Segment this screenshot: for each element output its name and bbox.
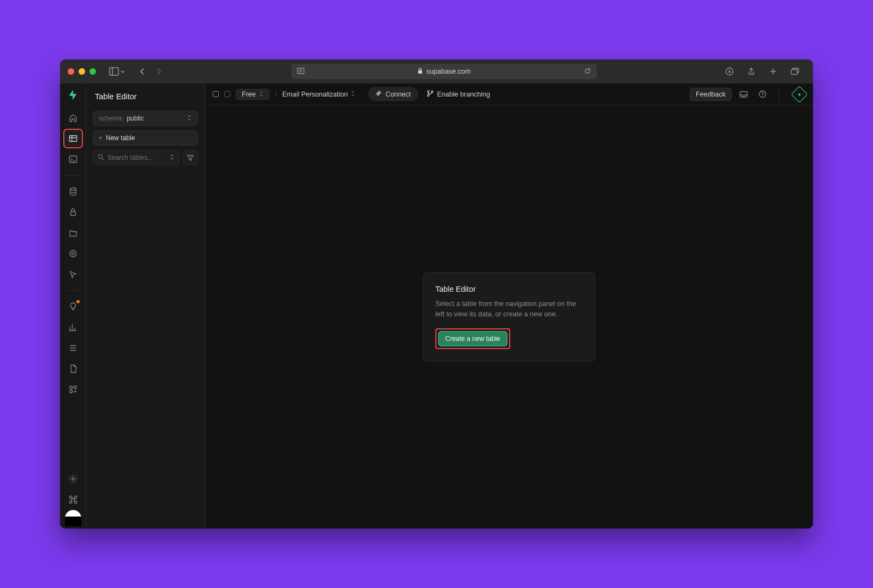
plan-pill[interactable]: Free <box>236 89 270 100</box>
svg-point-14 <box>70 188 76 190</box>
traffic-lights <box>68 68 96 75</box>
share-icon[interactable] <box>744 67 758 76</box>
svg-point-23 <box>431 91 433 92</box>
main-content: Table Editor Select a table from the nav… <box>205 105 813 529</box>
search-placeholder: Search tables... <box>107 154 153 161</box>
logs-icon[interactable] <box>64 339 82 357</box>
realtime-icon[interactable] <box>64 265 82 284</box>
integrations-icon[interactable] <box>64 380 82 399</box>
api-docs-icon[interactable] <box>64 359 82 378</box>
sql-editor-icon[interactable] <box>64 150 82 169</box>
empty-state-title: Table Editor <box>435 285 583 293</box>
side-panel: Table Editor schema: public + New table … <box>86 83 205 529</box>
svg-rect-9 <box>791 70 797 75</box>
create-new-table-button[interactable]: Create a new table <box>438 331 507 346</box>
home-icon[interactable] <box>64 109 82 127</box>
svg-point-20 <box>71 478 74 481</box>
nav-arrows <box>135 68 166 75</box>
url-host: supabase.com <box>426 68 470 75</box>
org-icon[interactable] <box>213 91 219 97</box>
svg-rect-6 <box>418 70 422 74</box>
svg-point-22 <box>427 91 429 92</box>
svg-point-24 <box>427 94 429 96</box>
top-bar: Free / Email Personalization Connect Ena… <box>205 83 813 105</box>
svg-rect-15 <box>70 212 75 215</box>
highlight-box: Create a new table <box>435 328 510 349</box>
database-icon[interactable] <box>64 182 82 201</box>
reports-icon[interactable] <box>64 318 82 337</box>
branch-icon <box>427 90 434 99</box>
page-title: Table Editor <box>95 92 196 101</box>
browser-window: supabase.com <box>60 59 813 529</box>
svg-rect-18 <box>74 386 76 389</box>
back-button[interactable] <box>135 68 150 75</box>
org-menu-icon[interactable] <box>224 91 230 97</box>
enable-branching-button[interactable]: Enable branching <box>427 90 490 99</box>
svg-rect-0 <box>110 68 118 75</box>
svg-rect-19 <box>70 391 73 393</box>
minimize-window-icon[interactable] <box>79 68 85 75</box>
close-window-icon[interactable] <box>68 68 74 75</box>
schema-selector[interactable]: schema: public <box>93 111 198 126</box>
reload-icon[interactable] <box>584 67 591 76</box>
svg-point-26 <box>759 91 766 98</box>
nav-rail <box>60 83 86 529</box>
url-bar[interactable]: supabase.com <box>291 64 597 79</box>
lock-icon <box>417 68 423 76</box>
feedback-button[interactable]: Feedback <box>690 88 732 101</box>
filter-button[interactable] <box>183 150 198 165</box>
sparkle-icon: ✦ <box>797 91 802 97</box>
command-icon[interactable] <box>64 490 82 509</box>
chevron-updown-icon <box>187 115 192 123</box>
forward-button[interactable] <box>152 68 166 75</box>
svg-rect-13 <box>69 156 77 163</box>
auth-icon[interactable] <box>64 203 82 221</box>
settings-icon[interactable] <box>64 470 82 488</box>
sidebar-toggle-button[interactable] <box>109 67 125 76</box>
plus-icon: + <box>99 134 103 142</box>
notification-badge <box>76 300 80 303</box>
edge-functions-icon[interactable] <box>64 244 82 263</box>
browser-chrome: supabase.com <box>60 59 813 83</box>
svg-rect-17 <box>70 386 73 389</box>
chevron-updown-icon <box>259 91 264 98</box>
reader-icon[interactable] <box>297 67 304 76</box>
supabase-logo[interactable] <box>67 89 79 101</box>
project-selector[interactable]: Email Personalization <box>282 91 355 98</box>
breadcrumb-separator: / <box>275 91 277 98</box>
connect-button[interactable]: Connect <box>368 87 418 101</box>
maximize-window-icon[interactable] <box>89 68 96 75</box>
help-icon[interactable] <box>756 90 769 98</box>
ai-assistant-button[interactable]: ✦ <box>791 86 808 103</box>
tabs-icon[interactable] <box>788 67 802 76</box>
advisor-icon[interactable] <box>64 297 82 316</box>
table-editor-icon[interactable] <box>64 129 82 148</box>
search-icon <box>98 154 104 162</box>
avatar[interactable] <box>65 510 81 526</box>
downloads-icon[interactable] <box>722 67 737 76</box>
search-tables-input[interactable]: Search tables... <box>93 150 180 165</box>
chevron-updown-icon <box>169 154 175 162</box>
plug-icon <box>375 90 382 98</box>
inbox-icon[interactable] <box>737 91 750 98</box>
empty-state-description: Select a table from the navigation panel… <box>435 299 583 320</box>
empty-state-card: Table Editor Select a table from the nav… <box>423 272 595 362</box>
new-table-button[interactable]: + New table <box>93 130 198 146</box>
svg-rect-10 <box>69 136 77 142</box>
new-tab-icon[interactable] <box>766 67 780 76</box>
svg-point-16 <box>70 250 76 257</box>
svg-point-21 <box>99 154 103 158</box>
storage-icon[interactable] <box>64 224 82 242</box>
chevron-updown-icon <box>351 91 355 98</box>
